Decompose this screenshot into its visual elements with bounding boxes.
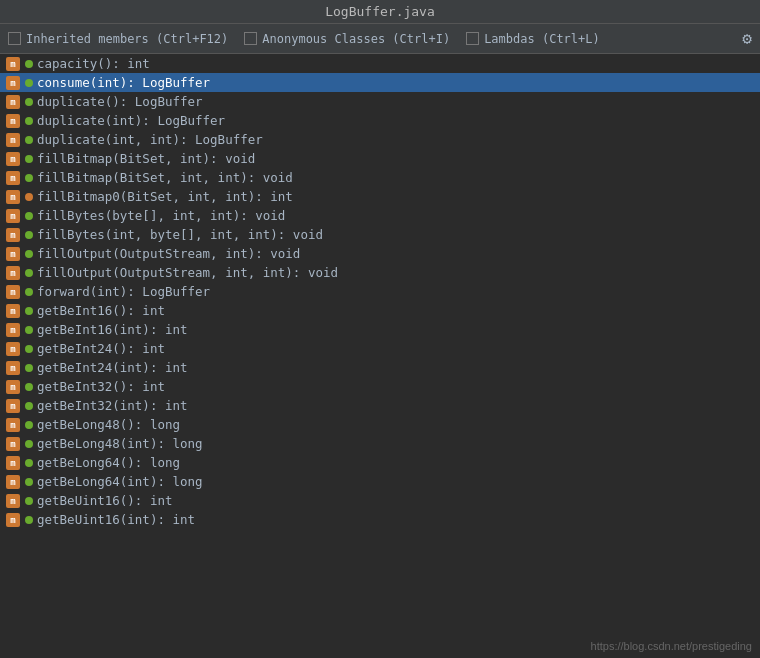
leaf-icon [25,307,33,315]
list-item[interactable]: mfillBytes(byte[], int, int): void [0,206,760,225]
leaf-icon [25,79,33,87]
inherited-members-checkbox[interactable] [8,32,21,45]
list-item[interactable]: mfillBytes(int, byte[], int, int): void [0,225,760,244]
list-item[interactable]: mfillOutput(OutputStream, int, int): voi… [0,263,760,282]
method-name: getBeInt24(int): int [37,360,188,375]
lambdas-checkbox-item[interactable]: Lambdas (Ctrl+L) [466,32,600,46]
method-name: fillBytes(byte[], int, int): void [37,208,285,223]
method-name: getBeInt32(): int [37,379,165,394]
leaf-icon [25,459,33,467]
leaf-icon [25,98,33,106]
method-name: fillBytes(int, byte[], int, int): void [37,227,323,242]
list-item[interactable]: mgetBeLong48(): long [0,415,760,434]
method-name: fillBitmap(BitSet, int, int): void [37,170,293,185]
method-icon: m [6,456,20,470]
gear-icon[interactable]: ⚙ [742,29,752,48]
lambdas-label: Lambdas (Ctrl+L) [484,32,600,46]
list-item[interactable]: mcapacity(): int [0,54,760,73]
method-name: getBeInt24(): int [37,341,165,356]
method-name: getBeLong48(int): long [37,436,203,451]
leaf-icon [25,440,33,448]
list-item[interactable]: mconsume(int): LogBuffer [0,73,760,92]
inherited-members-label: Inherited members (Ctrl+F12) [26,32,228,46]
method-name: duplicate(int, int): LogBuffer [37,132,263,147]
list-item[interactable]: mfillBitmap(BitSet, int, int): void [0,168,760,187]
leaf-icon [25,60,33,68]
method-icon: m [6,399,20,413]
leaf-icon [25,174,33,182]
list-item[interactable]: mfillOutput(OutputStream, int): void [0,244,760,263]
list-item[interactable]: mfillBitmap0(BitSet, int, int): int [0,187,760,206]
method-icon: m [6,190,20,204]
method-icon: m [6,361,20,375]
toolbar: Inherited members (Ctrl+F12) Anonymous C… [0,24,760,54]
list-item[interactable]: mgetBeInt32(): int [0,377,760,396]
method-icon: m [6,285,20,299]
leaf-icon [25,345,33,353]
method-icon: m [6,228,20,242]
method-name: duplicate(): LogBuffer [37,94,203,109]
list-item[interactable]: mgetBeInt16(int): int [0,320,760,339]
method-icon: m [6,380,20,394]
leaf-icon [25,364,33,372]
list-item[interactable]: mduplicate(): LogBuffer [0,92,760,111]
list-item[interactable]: mduplicate(int): LogBuffer [0,111,760,130]
method-name: getBeUint16(int): int [37,512,195,527]
leaf-icon [25,478,33,486]
leaf-icon [25,117,33,125]
list-item[interactable]: mgetBeUint16(int): int [0,510,760,529]
list-item[interactable]: mgetBeUint16(): int [0,491,760,510]
leaf-icon [25,269,33,277]
method-icon: m [6,247,20,261]
method-icon: m [6,418,20,432]
method-name: fillBitmap(BitSet, int): void [37,151,255,166]
method-icon: m [6,475,20,489]
list-item[interactable]: mduplicate(int, int): LogBuffer [0,130,760,149]
method-icon: m [6,513,20,527]
method-name: forward(int): LogBuffer [37,284,210,299]
window-title: LogBuffer.java [325,4,435,19]
leaf-icon [25,193,33,201]
leaf-icon [25,288,33,296]
title-bar: LogBuffer.java [0,0,760,24]
list-item[interactable]: mforward(int): LogBuffer [0,282,760,301]
anonymous-classes-checkbox-item[interactable]: Anonymous Classes (Ctrl+I) [244,32,450,46]
method-name: fillOutput(OutputStream, int): void [37,246,300,261]
list-item[interactable]: mgetBeInt32(int): int [0,396,760,415]
lambdas-checkbox[interactable] [466,32,479,45]
method-icon: m [6,95,20,109]
anonymous-classes-checkbox[interactable] [244,32,257,45]
leaf-icon [25,383,33,391]
list-item[interactable]: mgetBeInt16(): int [0,301,760,320]
list-item[interactable]: mgetBeInt24(): int [0,339,760,358]
method-name: duplicate(int): LogBuffer [37,113,225,128]
method-icon: m [6,76,20,90]
method-icon: m [6,57,20,71]
list-item[interactable]: mgetBeLong64(): long [0,453,760,472]
list-item[interactable]: mgetBeLong48(int): long [0,434,760,453]
method-name: getBeInt16(int): int [37,322,188,337]
methods-list: mcapacity(): intmconsume(int): LogBuffer… [0,54,760,658]
method-icon: m [6,323,20,337]
method-icon: m [6,342,20,356]
method-icon: m [6,209,20,223]
method-name: consume(int): LogBuffer [37,75,210,90]
method-name: fillBitmap0(BitSet, int, int): int [37,189,293,204]
method-icon: m [6,133,20,147]
leaf-icon [25,516,33,524]
list-item[interactable]: mgetBeLong64(int): long [0,472,760,491]
method-icon: m [6,304,20,318]
list-item[interactable]: mfillBitmap(BitSet, int): void [0,149,760,168]
anonymous-classes-label: Anonymous Classes (Ctrl+I) [262,32,450,46]
leaf-icon [25,212,33,220]
leaf-icon [25,497,33,505]
method-name: getBeInt16(): int [37,303,165,318]
inherited-members-checkbox-item[interactable]: Inherited members (Ctrl+F12) [8,32,228,46]
list-item[interactable]: mgetBeInt24(int): int [0,358,760,377]
method-name: getBeInt32(int): int [37,398,188,413]
method-icon: m [6,171,20,185]
method-icon: m [6,494,20,508]
leaf-icon [25,250,33,258]
method-name: getBeLong48(): long [37,417,180,432]
leaf-icon [25,136,33,144]
